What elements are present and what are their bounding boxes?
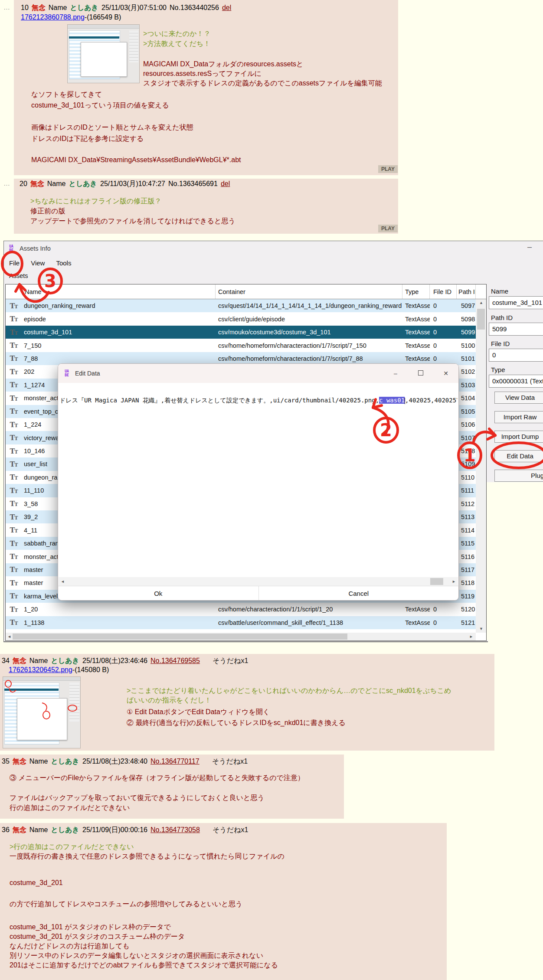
row-pathid: 5118	[457, 579, 476, 586]
import-raw-button[interactable]: Import Raw	[494, 411, 543, 423]
row-pathid: 5111	[457, 487, 476, 494]
row-fileid: 0	[430, 316, 457, 323]
import-dump-button[interactable]: Import Dump	[494, 431, 543, 443]
panel-pathid-field[interactable]: 5099	[489, 323, 543, 336]
file-line: 1762123860788.png-(166549 B)	[21, 13, 121, 21]
scroll-left-icon[interactable]: ◄	[61, 580, 65, 584]
vertical-scrollbar[interactable]: ▲ ▼	[476, 299, 486, 633]
poster-name: としあき	[51, 758, 79, 765]
row-type: TextAsset	[402, 302, 430, 309]
dialog-scrollbar[interactable]: ◄ ►	[59, 577, 458, 586]
dialog-maximize-button[interactable]	[408, 364, 433, 383]
edit-data-button[interactable]: Edit Data	[494, 450, 543, 462]
thread-marker[interactable]: …	[3, 3, 10, 11]
scroll-down-icon[interactable]: ▼	[479, 627, 483, 631]
scroll-thumb[interactable]	[430, 578, 443, 585]
row-container: csv/mouko/costume3d/costume_3d_101	[216, 329, 402, 336]
dialog-minimize-button[interactable]: –	[383, 364, 408, 383]
soudane-count[interactable]: そうだねx1	[213, 826, 248, 833]
col-container[interactable]: Container	[216, 284, 402, 299]
table-row[interactable]: TT costume_3d_101 csv/mouko/costume3d/co…	[6, 326, 476, 339]
scroll-right-icon[interactable]: ►	[452, 580, 456, 584]
post-line: アップデートで参照先のファイルを消してなければできると思う	[30, 217, 236, 226]
table-row[interactable]: TT kizuna_level_3 csv/character/1/kizuna…	[6, 629, 476, 633]
file-link[interactable]: 1762123860788.png	[21, 13, 85, 21]
del-link[interactable]: del	[221, 180, 230, 187]
post-datetime: 25/11/03(月)07:51:00	[101, 4, 167, 11]
post-thumbnail[interactable]	[3, 676, 81, 748]
scroll-left-icon[interactable]: ◄	[7, 635, 11, 639]
post-no-link[interactable]: No.1364773058	[150, 826, 200, 833]
post-36: 36無念Nameとしあき25/11/09(日)00:00:16No.136477…	[0, 823, 447, 980]
table-row[interactable]: TT 7_150 csv/home/homeform/characteracti…	[6, 339, 476, 352]
view-data-button[interactable]: View Data	[494, 392, 543, 404]
menu-file[interactable]: File	[9, 259, 20, 267]
post-no: No.1363440256	[170, 4, 219, 11]
row-name: costume_3d_101	[22, 329, 216, 336]
post-no-link[interactable]: No.1364769585	[150, 657, 200, 664]
scroll-thumb[interactable]	[477, 309, 485, 330]
row-pathid: 5114	[457, 527, 476, 534]
post-number: 36	[2, 826, 10, 833]
del-link[interactable]: del	[222, 4, 231, 11]
minimize-button[interactable]: –	[527, 242, 532, 252]
col-name[interactable]: Name	[6, 284, 216, 299]
play-button[interactable]: PLAY	[378, 225, 398, 232]
row-pathid: 5105	[457, 408, 476, 415]
post-line: ① Edit DataボタンでEdit Dataウィドウを開く	[127, 708, 270, 717]
thumb-selected-row	[69, 36, 119, 39]
dialog-edit-text[interactable]: ドレス『UR Magica JAPAN 花織』,着せ替えドレスとして設定できます…	[59, 397, 457, 405]
cancel-button[interactable]: Cancel	[258, 586, 459, 601]
textasset-icon: TT	[6, 434, 22, 442]
menu-view[interactable]: View	[31, 259, 45, 267]
table-header: Name Container Type File ID Path ID	[6, 284, 486, 299]
page: { "posts": { "p10": { "marker": "…", "nu…	[0, 0, 543, 980]
post-line: ばいいのか指示をくだし！	[127, 696, 211, 705]
row-type: TextAsset	[402, 606, 430, 613]
dialog-close-button[interactable]: ✕	[433, 364, 458, 383]
scroll-thumb[interactable]	[13, 634, 347, 640]
poster-name: としあき	[51, 657, 79, 664]
thumb-titlebar	[3, 677, 80, 681]
soudane-count[interactable]: そうだねx1	[213, 657, 248, 664]
panel-type-field[interactable]: 0x00000031 (Text	[489, 375, 543, 388]
table-row[interactable]: TT 1_20 csv/home/characteraction/1/1/scr…	[6, 603, 476, 616]
file-link[interactable]: 1762613206452.png	[9, 666, 72, 673]
scroll-right-icon[interactable]: ►	[469, 635, 473, 639]
menu-tools[interactable]: Tools	[56, 259, 71, 267]
play-button[interactable]: PLAY	[378, 165, 398, 173]
post-no-link[interactable]: No.1364770117	[150, 758, 200, 765]
horizontal-scrollbar[interactable]: ◄ ►	[6, 633, 476, 640]
col-fileid[interactable]: File ID	[430, 284, 457, 299]
post-20: 20無念Nameとしあき25/11/03(月)10:47:27No.136346…	[14, 179, 398, 234]
table-row[interactable]: TT episode csv/client/guide/episode Text…	[6, 312, 476, 325]
textasset-icon: TT	[6, 552, 22, 561]
textasset-icon: TT	[6, 302, 22, 310]
post-thumbnail[interactable]	[67, 24, 140, 83]
thread-marker[interactable]: …	[3, 180, 10, 187]
col-pathid[interactable]: Path ID	[457, 284, 476, 299]
name-label: Name	[49, 4, 67, 11]
thumb-titlebar	[68, 25, 139, 29]
row-fileid: 0	[430, 619, 457, 626]
scroll-up-icon[interactable]: ▲	[479, 301, 483, 305]
ok-button[interactable]: Ok	[58, 586, 258, 601]
soudane-count[interactable]: そうだねx1	[212, 758, 248, 765]
textasset-icon: TT	[6, 328, 22, 336]
post-line: の方で行追加してドレスやコスチュームの参照増やしてみるといいと思う	[10, 900, 242, 909]
post-datetime: 25/11/03(月)10:47:27	[100, 180, 165, 187]
panel-name-field[interactable]: costume_3d_101	[489, 296, 543, 309]
post-line: ② 最終行(適当な行)の反転しているドレスIDをsc_nkd01に書き換える	[127, 719, 346, 728]
row-name: episode	[22, 316, 216, 323]
table-row[interactable]: TT dungeon_ranking_reward csv/quest/14/1…	[6, 299, 476, 312]
name-label: Name	[47, 180, 66, 187]
col-type[interactable]: Type	[402, 284, 430, 299]
table-row[interactable]: TT 1_1138 csv/battle/user/command_skill_…	[6, 616, 476, 629]
post-line: なんだけどドレスの方は行追加しても	[10, 942, 130, 951]
menu-bar: File View Tools	[3, 256, 71, 270]
panel-fileid-field[interactable]: 0	[489, 349, 543, 362]
post-header: 36無念Nameとしあき25/11/09(日)00:00:16No.136477…	[2, 826, 251, 835]
plugins-button[interactable]: Plug	[494, 470, 543, 482]
poster-name: としあき	[51, 826, 79, 833]
name-label: Name	[29, 758, 48, 765]
